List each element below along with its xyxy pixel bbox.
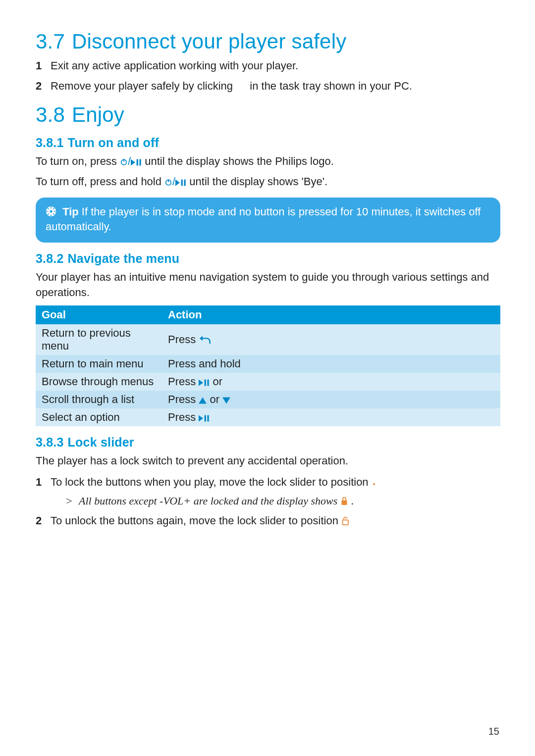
heading-3-8-3: 3.8.3Lock slider: [36, 435, 500, 450]
play-pause-icon: [175, 179, 186, 186]
heading-number: 3.8.3: [36, 435, 64, 449]
vol-label: -VOL+: [160, 495, 191, 507]
tip-label: Tip: [62, 205, 79, 218]
svg-rect-29: [341, 500, 347, 505]
col-goal: Goal: [36, 305, 162, 324]
text: or: [210, 393, 222, 405]
table-row: Select an option Press: [36, 408, 500, 426]
heading-text: Navigate the menu: [68, 252, 180, 265]
svg-rect-26: [205, 415, 206, 421]
text: Press: [168, 393, 199, 405]
svg-marker-2: [131, 159, 135, 166]
step-text-a: Remove your player safely by clicking: [51, 80, 236, 92]
lock-position-icon: [372, 482, 376, 487]
cell-action: Press or: [162, 373, 500, 391]
steps-3-8-3: To lock the buttons when you play, move …: [36, 474, 500, 529]
navigate-intro: Your player has an intuitive menu naviga…: [36, 270, 500, 301]
heading-text: Lock slider: [68, 435, 134, 449]
text: Press: [168, 375, 199, 388]
power-icon: [120, 158, 128, 166]
step-1: Exit any active application working with…: [36, 57, 500, 74]
step-result: > All buttons except -VOL+ are locked an…: [65, 493, 500, 509]
step-text-b: in the task tray shown in your PC.: [250, 80, 412, 92]
svg-point-28: [373, 483, 375, 485]
result-text-c: .: [351, 495, 354, 507]
svg-rect-3: [137, 159, 138, 166]
cell-goal: Return to previous menu: [36, 324, 162, 355]
play-pause-icon: [199, 415, 210, 422]
table-row: Return to main menu Press and hold: [36, 355, 500, 373]
navigation-table: Goal Action Return to previous menu Pres…: [36, 305, 500, 426]
step-text: To unlock the buttons again, move the lo…: [51, 514, 341, 527]
cell-goal: Select an option: [36, 408, 162, 426]
tip-box: Tip If the player is in stop mode and no…: [36, 198, 500, 243]
step-text: Exit any active application working with…: [51, 59, 298, 72]
heading-text: Turn on and off: [68, 136, 159, 150]
text: Press: [168, 333, 199, 346]
svg-rect-9: [184, 179, 186, 186]
step-2: To unlock the buttons again, move the lo…: [36, 512, 500, 529]
cell-action: Press and hold: [162, 355, 500, 373]
svg-rect-21: [205, 379, 206, 386]
svg-rect-22: [208, 379, 209, 386]
power-icon: [164, 178, 172, 186]
table-row: Scroll through a list Press or: [36, 391, 500, 408]
lock-open-icon: [341, 516, 350, 525]
steps-3-7: Exit any active application working with…: [36, 57, 500, 94]
step-2: Remove your player safely by clicking in…: [36, 78, 500, 94]
svg-marker-20: [199, 379, 203, 386]
svg-rect-30: [342, 520, 348, 525]
table-row: Return to previous menu Press: [36, 324, 500, 355]
svg-marker-23: [199, 397, 207, 403]
cell-goal: Browse through menus: [36, 373, 162, 391]
result-marker: >: [65, 495, 73, 507]
heading-text: Disconnect your player safely: [72, 30, 346, 53]
step-1: To lock the buttons when you play, move …: [36, 474, 500, 509]
heading-number: 3.8.1: [36, 136, 64, 150]
heading-number: 3.7: [36, 30, 65, 53]
svg-marker-7: [175, 179, 180, 186]
lock-intro: The player has a lock switch to prevent …: [36, 454, 500, 469]
text: To turn on, press: [36, 155, 120, 167]
svg-marker-25: [199, 415, 203, 421]
text: until the display shows 'Bye'.: [189, 175, 327, 188]
heading-number: 3.8.2: [36, 252, 64, 265]
text: To turn off, press and hold: [36, 175, 164, 188]
lock-closed-icon: [340, 497, 348, 505]
cell-goal: Scroll through a list: [36, 391, 162, 408]
text: Press: [168, 411, 199, 423]
text: until the display shows the Philips logo…: [145, 155, 334, 167]
result-text-a: All buttons except: [79, 495, 160, 507]
svg-rect-27: [208, 415, 209, 421]
cell-action: Press or: [162, 391, 500, 408]
svg-rect-4: [140, 159, 141, 166]
svg-marker-24: [222, 397, 230, 403]
tip-text: If the player is in stop mode and no but…: [46, 205, 481, 233]
svg-rect-8: [181, 179, 183, 186]
col-action: Action: [162, 305, 500, 324]
cell-action: Press: [162, 324, 500, 355]
turn-off-text: To turn off, press and hold / until the …: [36, 174, 500, 190]
heading-3-8: 3.8Enjoy: [36, 103, 500, 127]
heading-number: 3.8: [36, 103, 65, 126]
step-text: To lock the buttons when you play, move …: [51, 476, 372, 488]
text: Press and hold: [168, 357, 241, 370]
triangle-down-icon: [222, 397, 230, 404]
play-pause-icon: [131, 159, 142, 166]
heading-3-7: 3.7Disconnect your player safely: [36, 30, 500, 53]
tip-icon: [46, 206, 56, 217]
page-number: 15: [488, 726, 499, 737]
heading-3-8-2: 3.8.2Navigate the menu: [36, 252, 500, 266]
back-icon: [199, 334, 212, 344]
heading-text: Enjoy: [72, 103, 124, 126]
heading-3-8-1: 3.8.1Turn on and off: [36, 136, 500, 150]
table-header-row: Goal Action: [36, 305, 500, 324]
table-row: Browse through menus Press or: [36, 373, 500, 391]
turn-on-text: To turn on, press / until the display sh…: [36, 154, 500, 169]
svg-point-11: [50, 210, 53, 213]
play-pause-icon: [199, 379, 210, 386]
result-text-b: are locked and the display shows: [191, 495, 340, 507]
text: or: [213, 375, 222, 388]
cell-goal: Return to main menu: [36, 355, 162, 373]
triangle-up-icon: [199, 397, 207, 404]
